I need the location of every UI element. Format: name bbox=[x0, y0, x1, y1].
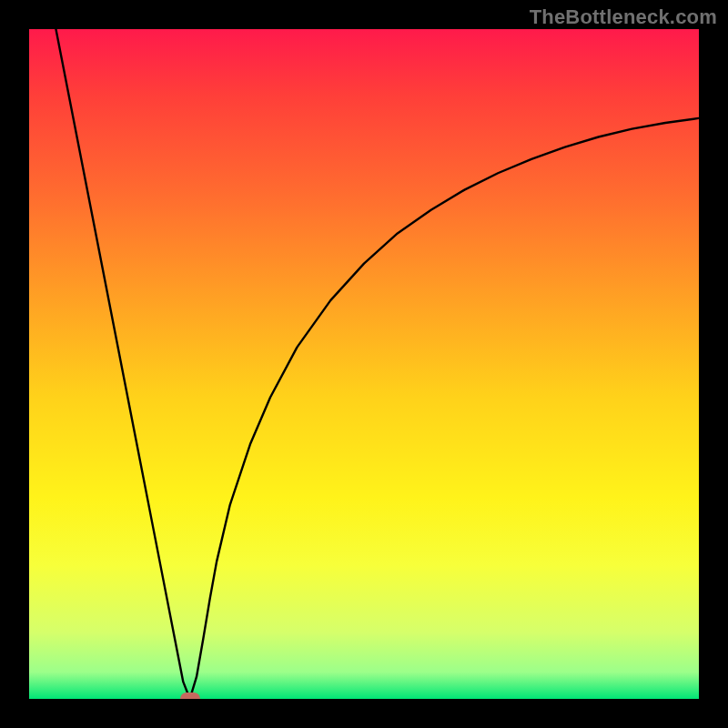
watermark-text: TheBottleneck.com bbox=[530, 5, 717, 29]
chart-svg bbox=[29, 29, 699, 699]
optimum-marker bbox=[180, 693, 200, 699]
gradient-rect bbox=[29, 29, 699, 699]
plot-area bbox=[29, 29, 699, 699]
chart-outer-frame: TheBottleneck.com bbox=[0, 0, 728, 728]
